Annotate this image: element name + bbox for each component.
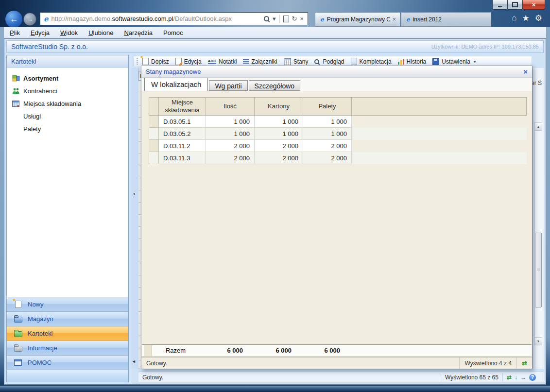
ie-logo-icon: e: [44, 15, 49, 23]
scroll-down-icon[interactable]: ▼: [535, 337, 542, 345]
forward-button[interactable]: →: [23, 13, 36, 26]
home-icon[interactable]: ⌂: [512, 13, 516, 23]
sidebar-item-label: Asortyment: [23, 75, 58, 82]
dialog-close-icon[interactable]: ×: [523, 68, 528, 75]
cell-quantity[interactable]: 1 000: [206, 116, 255, 128]
sidebar-button-informacje[interactable]: Informacje: [7, 341, 128, 355]
toolbar-zalaczniki[interactable]: Załączniki: [243, 58, 277, 65]
search-icon[interactable]: [264, 16, 269, 21]
sidebar-button-magazyn[interactable]: Magazyn: [7, 311, 128, 326]
menu-pomoc[interactable]: Pomoc: [163, 29, 183, 36]
cell-location[interactable]: D.03.11.2: [159, 140, 206, 152]
cell-location[interactable]: D.03.11.3: [159, 152, 206, 164]
scrollbar-thumb[interactable]: [535, 233, 542, 307]
toolbar-stany[interactable]: Stany: [284, 58, 309, 65]
refresh-icon[interactable]: ↻: [292, 16, 297, 22]
collapse-right-icon[interactable]: ›: [133, 190, 135, 197]
tab-close-icon[interactable]: ×: [393, 16, 396, 23]
back-button[interactable]: ←: [5, 10, 23, 28]
cell-empty: [352, 116, 527, 128]
refresh-rows-icon[interactable]: ⇄: [507, 374, 512, 381]
sidebar-button-pomoc[interactable]: POMOC: [7, 355, 128, 370]
sidebar-splitter[interactable]: › ◄: [131, 68, 139, 369]
tab-wg-partii[interactable]: Wg partii: [209, 80, 247, 91]
cell-pallets[interactable]: 2 000: [303, 152, 352, 164]
sidebar-item-kontrahenci[interactable]: Kontrahenci: [7, 85, 128, 97]
tab-w-lokalizacjach[interactable]: W lokalizacjach: [144, 78, 208, 91]
menu-plik[interactable]: Plik: [10, 29, 20, 36]
browser-tab-insert-2012[interactable]: e insert 2012: [401, 12, 491, 27]
menu-ulubione[interactable]: Ulubione: [88, 29, 113, 36]
cell-location[interactable]: D.03.05.1: [159, 116, 206, 128]
tab-szczegolowo[interactable]: Szczegółowo: [249, 80, 301, 91]
background-right-strip: er S ▲ ▼: [533, 68, 544, 369]
search-dropdown-icon[interactable]: ▾: [273, 16, 276, 22]
menu-edycja[interactable]: Edycja: [31, 29, 50, 36]
gear-icon[interactable]: ⚙: [535, 13, 542, 23]
stany-magazynowe-dialog: Stany magazynowe × W lokalizacjach Wg pa…: [141, 66, 533, 369]
address-bar[interactable]: e http://magazyn.demo.softwarestudio.com…: [40, 12, 308, 25]
cell-cartons[interactable]: 2 000: [255, 152, 303, 164]
page-status-ready: Gotowy.: [142, 374, 441, 381]
cell-location[interactable]: D.03.05.2: [159, 128, 206, 140]
table-row[interactable]: D.03.05.1 1 000 1 000 1 000: [149, 116, 527, 128]
cell-cartons[interactable]: 1 000: [255, 116, 303, 128]
row-selector[interactable]: [149, 128, 159, 140]
sidebar-item-miejsca-skladowania[interactable]: Miejsca składowania: [7, 97, 128, 110]
row-selector[interactable]: [149, 116, 159, 128]
row-selector[interactable]: [149, 152, 159, 164]
col-miejsce-skladowania[interactable]: Miejsce składowania: [159, 98, 206, 116]
menu-widok[interactable]: Widok: [60, 29, 78, 36]
maximize-button[interactable]: [507, 0, 523, 10]
toolbar-ustawienia[interactable]: Ustawienia▾: [432, 58, 476, 65]
minimize-button[interactable]: [492, 0, 508, 10]
col-palety[interactable]: Palety: [303, 98, 352, 116]
cell-pallets[interactable]: 1 000: [303, 128, 352, 140]
cell-empty: [352, 152, 527, 164]
dialog-refresh-segment: ⇄: [516, 358, 532, 369]
sidebar-button-nowy[interactable]: Nowy: [7, 297, 128, 311]
vertical-scrollbar[interactable]: ▲ ▼: [534, 122, 542, 345]
scroll-up-icon[interactable]: ▲: [535, 123, 542, 131]
browser-tab-program-magazynowy[interactable]: e Program Magazynowy O... ×: [315, 12, 400, 27]
toolbar-historia[interactable]: Historia: [398, 58, 427, 65]
compatibility-view-icon[interactable]: [283, 16, 289, 22]
col-ilosc[interactable]: Ilość: [206, 98, 255, 116]
toolbar-kompletacja[interactable]: Kompletacja: [351, 58, 392, 65]
menu-narzedzia[interactable]: Narzędzia: [124, 29, 153, 36]
cell-pallets[interactable]: 2 000: [303, 140, 352, 152]
collapse-left-icon[interactable]: ◄: [132, 359, 136, 364]
export-down-icon[interactable]: ↓: [515, 374, 517, 381]
help-icon[interactable]: ?: [529, 374, 536, 381]
thumb-grip: [537, 269, 540, 271]
sidebar-item-asortyment[interactable]: Asortyment: [7, 72, 128, 85]
cell-cartons[interactable]: 2 000: [255, 140, 303, 152]
favorites-star-icon[interactable]: ★: [522, 13, 530, 23]
sidebar-button-kartoteki[interactable]: Kartoteki: [7, 326, 128, 341]
toolbar-podglad[interactable]: Podgląd: [314, 58, 344, 65]
stop-icon[interactable]: ×: [300, 16, 304, 22]
toolbar-notatki[interactable]: ABCNotatki: [208, 58, 237, 65]
cell-cartons[interactable]: 1 000: [255, 128, 303, 140]
table-row[interactable]: D.03.11.3 2 000 2 000 2 000: [149, 152, 527, 164]
back-icon: ←: [10, 14, 18, 24]
cell-quantity[interactable]: 2 000: [206, 152, 255, 164]
export-right-icon[interactable]: →: [520, 374, 526, 381]
toolbar-dopisz[interactable]: Dopisz: [142, 58, 169, 65]
table-row[interactable]: D.03.05.2 1 000 1 000 1 000: [149, 128, 527, 140]
close-button[interactable]: ×: [522, 0, 545, 10]
cell-pallets[interactable]: 1 000: [303, 116, 352, 128]
cell-quantity[interactable]: 1 000: [206, 128, 255, 140]
sidebar-item-uslugi[interactable]: Usługi: [7, 110, 128, 122]
sidebar-button-label: Kartoteki: [28, 330, 52, 337]
toolbar-edycja[interactable]: Edycja: [175, 58, 202, 65]
table-row[interactable]: D.03.11.2 2 000 2 000 2 000: [149, 140, 527, 152]
tab-label: Program Magazynowy O...: [327, 16, 390, 23]
toolbar-grip[interactable]: [137, 58, 138, 65]
url-text[interactable]: http://magazyn.demo.softwarestudio.com.p…: [52, 15, 263, 22]
cell-quantity[interactable]: 2 000: [206, 140, 255, 152]
dialog-refresh-icon[interactable]: ⇄: [522, 359, 527, 367]
row-selector[interactable]: [149, 140, 159, 152]
sidebar-item-palety[interactable]: Palety: [7, 122, 128, 135]
col-kartony[interactable]: Kartony: [255, 98, 303, 116]
